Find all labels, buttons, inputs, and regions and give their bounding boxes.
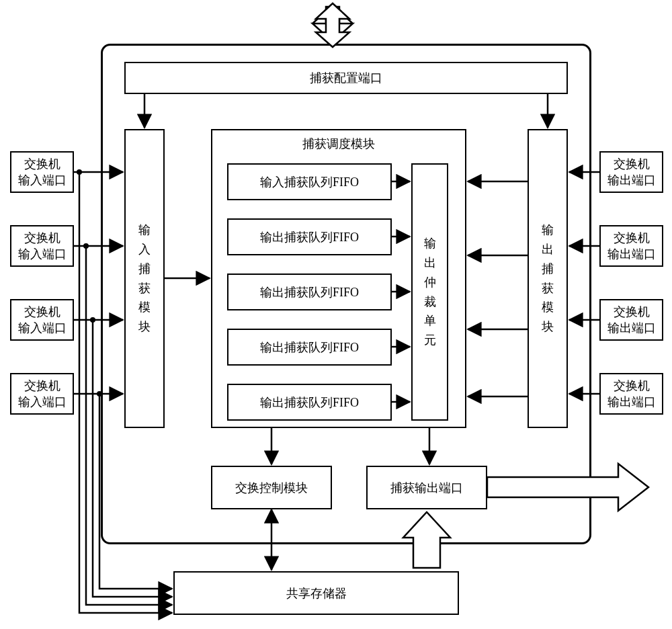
scheduler-title-label: 捕获调度模块 [302,137,375,151]
fifo-out-4-label: 输出捕获队列FIFO [260,394,359,411]
fifo-out-1-label: 输出捕获队列FIFO [260,229,359,245]
fifo-input: 输入捕获队列FIFO [227,163,392,200]
capture-output-port-label: 捕获输出端口 [390,480,463,496]
fifo-out-3: 输出捕获队列FIFO [227,329,392,366]
fifo-out-2-label: 输出捕获队列FIFO [260,284,359,300]
shared-memory-label: 共享存储器 [286,585,347,601]
switch-in-1-label: 交换机 输入端口 [18,156,67,188]
switch-in-3: 交换机 输入端口 [10,299,74,341]
switch-out-3-label: 交换机 输出端口 [607,304,656,336]
switch-in-2-label: 交换机 输入端口 [18,230,67,262]
exchange-control: 交换控制模块 [211,466,332,509]
config-port: 捕获配置端口 [124,62,568,94]
fifo-out-4: 输出捕获队列FIFO [227,384,392,421]
switch-out-1: 交换机 输出端口 [599,151,663,193]
input-capture-module: 输入捕获模块 [124,129,165,428]
fifo-out-3-label: 输出捕获队列FIFO [260,339,359,355]
svg-point-23 [77,169,82,175]
switch-in-4-label: 交换机 输入端口 [18,378,67,410]
fifo-out-2: 输出捕获队列FIFO [227,274,392,310]
scheduler-title: 捕获调度模块 [211,136,466,152]
exchange-control-label: 交换控制模块 [235,480,308,496]
svg-point-24 [83,243,89,249]
switch-in-1: 交换机 输入端口 [10,151,74,193]
fifo-input-label: 输入捕获队列FIFO [260,174,359,190]
arbiter: 输出仲裁单元 [411,163,448,421]
fifo-out-1: 输出捕获队列FIFO [227,218,392,255]
switch-out-2: 交换机 输出端口 [599,225,663,267]
switch-out-3: 交换机 输出端口 [599,299,663,341]
capture-output-port: 捕获输出端口 [366,466,487,509]
switch-out-1-label: 交换机 输出端口 [607,156,656,188]
svg-point-25 [90,317,95,323]
shared-memory: 共享存储器 [173,571,459,615]
switch-out-4: 交换机 输出端口 [599,373,663,415]
arbiter-label: 输出仲裁单元 [424,234,436,350]
switch-out-2-label: 交换机 输出端口 [607,230,656,262]
output-capture-module: 输出捕获模块 [528,129,568,428]
config-port-label: 捕获配置端口 [310,70,382,86]
input-capture-label: 输入捕获模块 [138,220,151,337]
switch-in-4: 交换机 输入端口 [10,373,74,415]
output-capture-label: 输出捕获模块 [542,220,554,337]
switch-in-2: 交换机 输入端口 [10,225,74,267]
switch-in-3-label: 交换机 输入端口 [18,304,67,336]
switch-out-4-label: 交换机 输出端口 [607,378,656,410]
